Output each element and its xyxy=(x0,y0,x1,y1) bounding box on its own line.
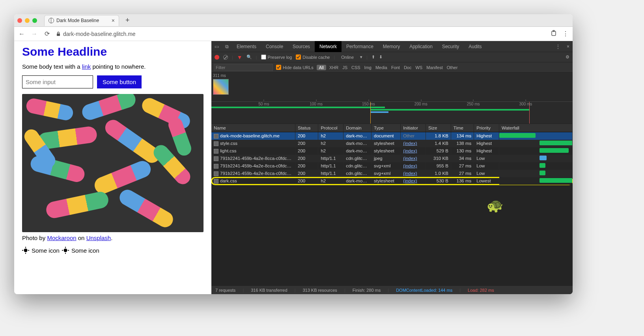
some-button[interactable]: Some button xyxy=(97,75,142,88)
column-status[interactable]: Status xyxy=(295,124,318,132)
tab-title: Dark Mode Baseline xyxy=(56,18,99,23)
filter-type-other[interactable]: Other xyxy=(447,65,458,70)
titlebar: Dark Mode Baseline × + xyxy=(14,14,573,27)
devtools-tabs: ▭ ⧉ ElementsConsoleSourcesNetworkPerform… xyxy=(211,41,573,52)
close-tab-button[interactable]: × xyxy=(112,17,115,24)
timeline-tick: 200 ms xyxy=(414,102,427,106)
maximize-window-button[interactable] xyxy=(32,18,37,23)
hide-data-urls-checkbox[interactable]: Hide data URLs xyxy=(276,65,314,70)
devtools-tab-application[interactable]: Application xyxy=(405,41,437,52)
bulb-icon xyxy=(62,247,69,254)
filter-icon[interactable]: ▼ xyxy=(237,54,243,60)
disable-cache-checkbox[interactable]: Disable cache xyxy=(296,54,330,60)
devtools-tab-elements[interactable]: Elements xyxy=(232,41,261,52)
caption-link-site[interactable]: Unsplash xyxy=(86,235,111,241)
browser-tab[interactable]: Dark Mode Baseline × xyxy=(44,15,119,26)
minimize-window-button[interactable] xyxy=(25,18,30,23)
lock-icon xyxy=(56,32,61,36)
column-waterfall[interactable]: Waterfall xyxy=(499,124,572,132)
devtools-tab-memory[interactable]: Memory xyxy=(378,41,405,52)
devtools-menu-button[interactable]: ⋮ xyxy=(553,44,564,49)
some-input[interactable] xyxy=(22,75,93,88)
download-icon[interactable]: ⬇ xyxy=(379,54,383,60)
network-row[interactable]: style.css200h2dark-mo…stylesheet(index)1… xyxy=(211,140,573,147)
chevron-down-icon: ▾ xyxy=(360,54,362,60)
network-status-bar: 7 requests | 316 KB transferred | 313 KB… xyxy=(211,285,573,294)
svg-rect-0 xyxy=(57,34,60,36)
devtools-tab-console[interactable]: Console xyxy=(261,41,288,52)
svg-point-3 xyxy=(24,249,28,252)
bulb-icon xyxy=(22,247,29,254)
timeline-tick: 150 ms xyxy=(362,102,375,106)
column-time[interactable]: Time xyxy=(451,124,474,132)
network-row[interactable]: 791b2241-459b-4a2e-8cca-c0fdc2…200http/1… xyxy=(211,170,573,177)
icons-row: Some icon Some icon xyxy=(22,247,203,254)
image-caption: Photo by Mockaroon on Unsplash. xyxy=(22,235,203,241)
column-priority[interactable]: Priority xyxy=(474,124,499,132)
devtools-tab-sources[interactable]: Sources xyxy=(288,41,315,52)
url-bar: ← → ⟳ dark-mode-baseline.glitch.me ⋮ xyxy=(14,27,573,41)
column-protocol[interactable]: Protocol xyxy=(318,124,343,132)
column-type[interactable]: Type xyxy=(371,124,400,132)
filmstrip-thumb xyxy=(213,79,229,95)
device-icon[interactable]: ⧉ xyxy=(222,44,232,49)
column-name[interactable]: Name xyxy=(211,124,295,132)
network-row[interactable]: dark.css200h2dark-mo…stylesheet(index)53… xyxy=(211,177,573,185)
clear-button[interactable] xyxy=(223,55,228,60)
filter-type-manifest[interactable]: Manifest xyxy=(426,65,443,70)
devtools-tab-network[interactable]: Network xyxy=(315,41,342,52)
traffic-lights xyxy=(17,18,37,23)
column-size[interactable]: Size xyxy=(426,124,451,132)
record-button[interactable] xyxy=(215,55,219,60)
url-text: dark-mode-baseline.glitch.me xyxy=(63,31,136,37)
reload-button[interactable]: ⟳ xyxy=(43,30,50,38)
network-table: NameStatusProtocolDomainTypeInitiatorSiz… xyxy=(211,124,573,285)
upload-icon[interactable]: ⬆ xyxy=(371,54,375,60)
timeline-overview[interactable]: 311 ms 50 ms100 ms150 ms200 ms250 ms300 … xyxy=(211,73,573,124)
network-row[interactable]: 791b2241-459b-4a2e-8cca-c0fdc2…200http/1… xyxy=(211,162,573,170)
preserve-log-checkbox[interactable]: Preserve log xyxy=(261,54,292,60)
status-resources: 313 KB resources xyxy=(302,288,337,293)
devtools-tab-security[interactable]: Security xyxy=(437,41,464,52)
search-icon[interactable]: 🔍 xyxy=(246,54,252,60)
filter-type-img[interactable]: Img xyxy=(364,65,371,70)
forward-button[interactable]: → xyxy=(31,30,38,38)
svg-point-8 xyxy=(63,249,67,252)
status-requests: 7 requests xyxy=(215,288,235,293)
filter-input[interactable]: Filter xyxy=(214,64,273,71)
network-toolbar: | ▼ 🔍 | Preserve log Disable cache | Onl… xyxy=(211,52,573,62)
throttling-select[interactable]: Online xyxy=(339,55,356,60)
address-bar[interactable]: dark-mode-baseline.glitch.me xyxy=(56,31,545,37)
filter-type-doc[interactable]: Doc xyxy=(404,65,412,70)
back-button[interactable]: ← xyxy=(18,30,25,38)
network-row[interactable]: light.css200h2dark-mo…stylesheet(index)5… xyxy=(211,147,573,155)
filter-type-css[interactable]: CSS xyxy=(351,65,360,70)
status-finish: Finish: 280 ms xyxy=(353,288,381,293)
devtools-tab-performance[interactable]: Performance xyxy=(342,41,378,52)
inspect-icon[interactable]: ▭ xyxy=(211,44,222,49)
network-row[interactable]: 791b2241-459b-4a2e-8cca-c0fdc2…200http/1… xyxy=(211,155,573,162)
timeline-tick: 250 ms xyxy=(467,102,480,106)
new-tab-button[interactable]: + xyxy=(122,16,133,24)
status-load: Load: 282 ms xyxy=(468,288,494,293)
extensions-icon[interactable] xyxy=(551,30,557,38)
column-domain[interactable]: Domain xyxy=(343,124,371,132)
filter-type-xhr[interactable]: XHR xyxy=(329,65,338,70)
devtools-tab-audits[interactable]: Audits xyxy=(464,41,486,52)
close-window-button[interactable] xyxy=(17,18,22,23)
network-row[interactable]: dark-mode-baseline.glitch.me200h2dark-mo… xyxy=(211,132,573,140)
body-link[interactable]: link xyxy=(82,63,91,70)
settings-icon[interactable]: ⚙ xyxy=(566,54,569,60)
filter-type-js[interactable]: JS xyxy=(342,65,347,70)
menu-button[interactable]: ⋮ xyxy=(562,30,569,38)
globe-icon xyxy=(49,18,54,23)
filter-type-ws[interactable]: WS xyxy=(415,65,422,70)
turtle-emoji: 🐢 xyxy=(487,197,503,213)
timeline-selection-label: 311 ms xyxy=(213,73,226,78)
filter-type-media[interactable]: Media xyxy=(375,65,387,70)
filter-all[interactable]: All xyxy=(317,65,326,70)
filter-type-font[interactable]: Font xyxy=(391,65,400,70)
column-initiator[interactable]: Initiator xyxy=(401,124,426,132)
caption-link-author[interactable]: Mockaroon xyxy=(47,235,76,241)
devtools-close-button[interactable]: × xyxy=(564,44,573,49)
